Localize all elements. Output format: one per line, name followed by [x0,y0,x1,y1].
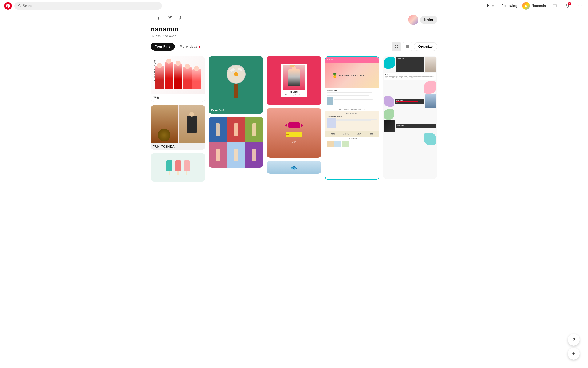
what-we-do-section: WHAT WE DO 01. GRAPHIC DESIGN [325,111,379,131]
perfecta-block: Perfecta offers free high-resolution pic… [384,73,436,80]
website-thumb-1 [327,97,333,105]
svg-rect-11 [406,46,406,47]
name-underline-2 [396,101,418,101]
search-bar[interactable] [14,2,162,10]
svg-rect-10 [408,45,409,46]
yuni-image [151,105,205,143]
grid-icon [395,45,398,48]
stat-label-1: CLIENTS [331,134,335,135]
pantone-image: PANTOP Life is a party. Dress like it. [266,56,321,105]
popsicle-top-teal [166,160,172,171]
search-icon [18,4,21,8]
logo-icon [6,4,10,8]
more-ideas-dot [199,46,200,48]
pin-card-pantone[interactable]: PANTOP Life is a party. Dress like it. [266,56,321,105]
our-works-title: OUR WORKS [327,138,377,140]
candy-tip [285,123,287,127]
svg-rect-15 [407,47,408,48]
pin-card-yuni[interactable]: YUNI YOSHIDA [151,105,205,150]
yuni-photo2 [178,105,205,143]
header-nav: Home Following N Nanamin 2 [487,2,584,10]
pantone-color-label: PANTOP [290,91,298,93]
stat-label-2: PROJECTS [343,134,349,135]
add-pin-button[interactable] [155,14,163,22]
compact-view-button[interactable] [403,42,412,51]
edit-board-button[interactable] [166,14,174,22]
who-we-are-title: WHO WE ARE [327,90,377,91]
invite-button[interactable]: Invite [420,16,437,24]
dog-head [286,134,289,135]
pin-card-portfolio[interactable]: Cameron Kirby ART DIR. Perfecta offers f… [383,56,437,178]
text-line-2 [327,93,367,94]
organize-button[interactable]: Organize [414,42,437,51]
svg-rect-8 [406,45,406,46]
nav-home[interactable]: Home [487,4,496,8]
masonry-col-3: PANTOP Life is a party. Dress like it. [266,56,321,174]
manga-figure-3 [174,64,182,89]
idea-design-text: IDEA + DESIGN + DEVELOPMENT + ❤ [327,108,377,110]
plus-icon [156,16,161,20]
board-title: nanamin [151,25,437,33]
nav-following[interactable]: Following [502,4,517,8]
person-gradient-1 [425,57,436,72]
graphic-thumb [327,118,336,128]
masonry-col-1: セシルのもくろみ 画像 [151,56,205,182]
tab-more-ideas[interactable]: More ideas [175,43,205,51]
portfolio-name-1: Cameron Kirby [397,58,423,59]
pin-card-popsicle[interactable] [151,153,205,182]
svg-rect-4 [395,45,396,46]
popsicle-stick-1 [169,171,170,175]
messages-button[interactable] [551,2,559,10]
pin-card-lips[interactable]: GP [266,108,321,158]
more-options-button[interactable] [576,2,584,10]
board-top-row: Invite [151,12,437,25]
pin-card-japanese[interactable]: セシルのもくろみ 画像 [151,56,205,102]
egg-shell-right [237,67,243,72]
website-body: 🍍 WE ARE CREATIVE WHO WE ARE [325,63,379,179]
pin-card-pingpong[interactable]: Bom Dia! [209,56,263,114]
paddle-head [227,65,246,84]
search-input[interactable] [23,4,158,8]
avatar: N [522,2,530,10]
notifications-button[interactable]: 2 [564,2,571,10]
dark-photo [384,120,395,132]
popsicle-1 [166,160,172,175]
grid-view-button[interactable] [392,42,401,51]
popsicle-2 [175,160,181,175]
website-text-right [334,97,377,105]
pin-card-website[interactable]: 🍍 WE ARE CREATIVE WHO WE ARE [325,56,379,180]
share-board-button[interactable] [177,14,184,22]
teal2-blob [424,133,436,146]
text-line-5 [334,99,373,100]
user-info[interactable]: N Nanamin [522,2,546,10]
black-card-2: Joshue Hillbert PHOTO [395,99,424,104]
portfolio-row-3: Olivier Therten [384,120,436,132]
pin-card-heels[interactable] [209,117,263,167]
invite-avatar [408,15,418,25]
stat-3: 576 AWARDS [357,132,362,135]
edit-icon [167,16,172,20]
masonry-col-4: 🍍 WE ARE CREATIVE WHO WE ARE [325,56,379,180]
pin-card-fish[interactable]: 🐟 [266,161,321,174]
lavender-blob [384,96,394,107]
popsicle-stick-3 [186,171,187,175]
masonry-col-5: Cameron Kirby ART DIR. Perfecta offers f… [383,56,437,178]
graphic-design-label: 01. GRAPHIC DESIGN [327,116,377,117]
header-left [4,2,484,10]
egg-shell-left [229,67,236,73]
heel-leg-3 [252,123,257,136]
yuni-photo1 [151,105,178,143]
svg-rect-16 [408,47,409,48]
gd-line-2 [336,120,371,121]
tab-your-pins[interactable]: Your Pins [151,43,175,51]
stat-value-4: 832 [370,132,373,134]
manga-figure-1 [155,66,164,89]
pinterest-logo[interactable] [4,2,12,10]
stat-value-3: 576 [357,132,362,134]
we-are-creative: WE ARE CREATIVE [339,74,365,77]
portfolio-name-3: Olivier Therten [397,125,436,126]
header: Home Following N Nanamin 2 [0,0,588,12]
japanese-card-image: セシルのもくろみ [151,56,205,94]
svg-rect-9 [407,45,408,46]
portfolio-image: Cameron Kirby ART DIR. Perfecta offers f… [383,56,437,178]
